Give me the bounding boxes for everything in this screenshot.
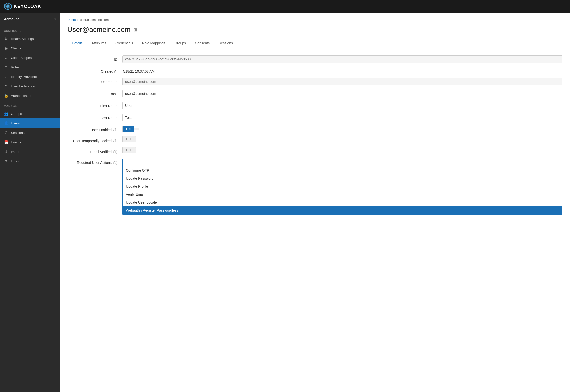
- sidebar-item-label: Users: [11, 122, 20, 125]
- option-update-password[interactable]: Update Password: [123, 174, 562, 182]
- tab-role-mappings[interactable]: Role Mappings: [138, 39, 170, 48]
- sidebar-item-label: Import: [11, 150, 20, 154]
- tab-details[interactable]: Details: [68, 39, 87, 48]
- option-update-user-locale[interactable]: Update User Locale: [123, 198, 562, 206]
- sidebar-item-groups[interactable]: 👥 Groups: [0, 109, 60, 118]
- sidebar-item-label: Realm Settings: [11, 37, 34, 41]
- form-row-last-name: Last Name: [68, 114, 562, 122]
- last-name-label: Last Name: [68, 114, 118, 120]
- required-actions-label: Required User Actions ?: [68, 159, 118, 165]
- sidebar-item-import[interactable]: ⬇ Import: [0, 147, 60, 156]
- sidebar-item-clients[interactable]: ◉ Clients: [0, 44, 60, 53]
- email-verified-help-icon[interactable]: ?: [114, 150, 118, 154]
- page-title: User@acmeinc.com: [68, 26, 130, 34]
- form-row-temp-locked: User Temporarily Locked ? OFF: [68, 137, 562, 144]
- sidebar-item-label: Events: [11, 140, 21, 144]
- breadcrumb-current: user@acmeinc.com: [80, 18, 109, 22]
- topbar: KEYCLOAK: [0, 0, 570, 13]
- user-details-form: ID Created At 4/18/21 10:37:03 AM Userna…: [68, 56, 562, 215]
- tab-credentials[interactable]: Credentials: [111, 39, 138, 48]
- sidebar-item-export[interactable]: ⬆ Export: [0, 156, 60, 166]
- email-label: Email: [68, 90, 118, 96]
- option-update-profile[interactable]: Update Profile: [123, 182, 562, 190]
- email-verified-toggle[interactable]: OFF: [122, 148, 136, 152]
- import-icon: ⬇: [4, 150, 8, 154]
- sidebar-item-events[interactable]: 📅 Events: [0, 138, 60, 147]
- tab-groups[interactable]: Groups: [170, 39, 190, 48]
- delete-user-icon[interactable]: 🗑: [134, 27, 138, 32]
- form-row-email: Email: [68, 90, 562, 98]
- form-row-id: ID: [68, 56, 562, 63]
- tab-sessions[interactable]: Sessions: [214, 39, 238, 48]
- created-at-label: Created At: [68, 68, 118, 74]
- breadcrumb-separator: ›: [78, 18, 78, 22]
- sidebar-item-sessions[interactable]: ⏱ Sessions: [0, 128, 60, 138]
- email-input[interactable]: [122, 90, 562, 98]
- sidebar-item-label: Groups: [11, 112, 22, 116]
- toggle-on-label: ON: [123, 126, 134, 132]
- sidebar-item-identity-providers[interactable]: ⇄ Identity Providers: [0, 72, 60, 82]
- clients-icon: ◉: [4, 46, 8, 50]
- last-name-input[interactable]: [122, 114, 562, 122]
- sidebar-item-client-scopes[interactable]: ⊕ Client Scopes: [0, 53, 60, 62]
- option-configure-otp[interactable]: Configure OTP: [123, 166, 562, 174]
- realm-settings-icon: ⚙: [4, 36, 8, 41]
- authentication-icon: 🔒: [4, 94, 8, 98]
- sidebar-item-label: Export: [11, 160, 21, 163]
- content-area: Users › user@acmeinc.com User@acmeinc.co…: [60, 13, 570, 392]
- username-input[interactable]: [122, 78, 562, 86]
- keycloak-logo-icon: [4, 2, 12, 10]
- sidebar-item-label: User Federation: [11, 84, 35, 88]
- form-row-user-enabled: User Enabled ? ON: [68, 126, 562, 132]
- events-icon: 📅: [4, 140, 8, 144]
- sidebar-item-label: Identity Providers: [11, 75, 37, 79]
- required-actions-help-icon[interactable]: ?: [114, 161, 118, 165]
- toggle-on[interactable]: ON: [122, 126, 140, 132]
- tab-consents[interactable]: Consents: [190, 39, 214, 48]
- main-layout: Acme-inc ▾ Configure ⚙ Realm Settings ◉ …: [0, 13, 570, 392]
- email-verified-label: Email Verified ?: [68, 148, 118, 154]
- toggle-off-side: [134, 128, 139, 130]
- option-webauthn-register-passwordless[interactable]: Webauthn Register Passwordless: [123, 206, 562, 214]
- form-row-email-verified: Email Verified ? OFF: [68, 148, 562, 154]
- form-row-created-at: Created At 4/18/21 10:37:03 AM: [68, 68, 562, 74]
- required-actions-dropdown[interactable]: Configure OTP Update Password Update Pro…: [122, 159, 562, 215]
- username-label: Username: [68, 78, 118, 84]
- breadcrumb-users-link[interactable]: Users: [68, 18, 76, 22]
- sessions-icon: ⏱: [4, 130, 8, 135]
- temp-locked-help-icon[interactable]: ?: [114, 140, 118, 144]
- first-name-input[interactable]: [122, 102, 562, 110]
- option-verify-email[interactable]: Verify Email: [123, 190, 562, 198]
- form-row-username: Username: [68, 78, 562, 86]
- sidebar-item-user-federation[interactable]: ⊙ User Federation: [0, 82, 60, 91]
- identity-providers-icon: ⇄: [4, 74, 8, 79]
- sidebar-item-label: Roles: [11, 66, 20, 69]
- tab-attributes[interactable]: Attributes: [87, 39, 111, 48]
- first-name-label: First Name: [68, 102, 118, 108]
- user-enabled-toggle[interactable]: ON: [122, 126, 140, 132]
- user-enabled-help-icon[interactable]: ?: [114, 128, 118, 132]
- manage-section-label: Manage: [0, 100, 60, 109]
- required-actions-options-list: Configure OTP Update Password Update Pro…: [123, 166, 562, 214]
- realm-chevron-icon: ▾: [54, 18, 56, 21]
- sidebar-item-label: Authentication: [11, 94, 32, 98]
- temp-locked-off-label: OFF: [122, 136, 136, 142]
- sidebar-item-realm-settings[interactable]: ⚙ Realm Settings: [0, 34, 60, 44]
- sidebar-item-label: Clients: [11, 46, 21, 50]
- created-at-value: 4/18/21 10:37:03 AM: [122, 68, 562, 74]
- user-temp-locked-toggle[interactable]: OFF: [122, 137, 136, 141]
- breadcrumb: Users › user@acmeinc.com: [68, 18, 562, 22]
- id-label: ID: [68, 56, 118, 62]
- user-enabled-label: User Enabled ?: [68, 126, 118, 132]
- users-icon: 👤: [4, 121, 8, 126]
- sidebar-item-users[interactable]: 👤 Users: [0, 118, 60, 128]
- export-icon: ⬆: [4, 159, 8, 164]
- required-actions-search-input[interactable]: [123, 159, 562, 166]
- sidebar: Acme-inc ▾ Configure ⚙ Realm Settings ◉ …: [0, 13, 60, 392]
- form-row-required-actions: Required User Actions ? Configure OTP Up…: [68, 159, 562, 215]
- realm-name: Acme-inc: [4, 17, 20, 21]
- tabs-bar: Details Attributes Credentials Role Mapp…: [68, 39, 562, 48]
- sidebar-item-authentication[interactable]: 🔒 Authentication: [0, 91, 60, 100]
- realm-selector[interactable]: Acme-inc ▾: [0, 13, 60, 26]
- sidebar-item-roles[interactable]: ≡ Roles: [0, 62, 60, 72]
